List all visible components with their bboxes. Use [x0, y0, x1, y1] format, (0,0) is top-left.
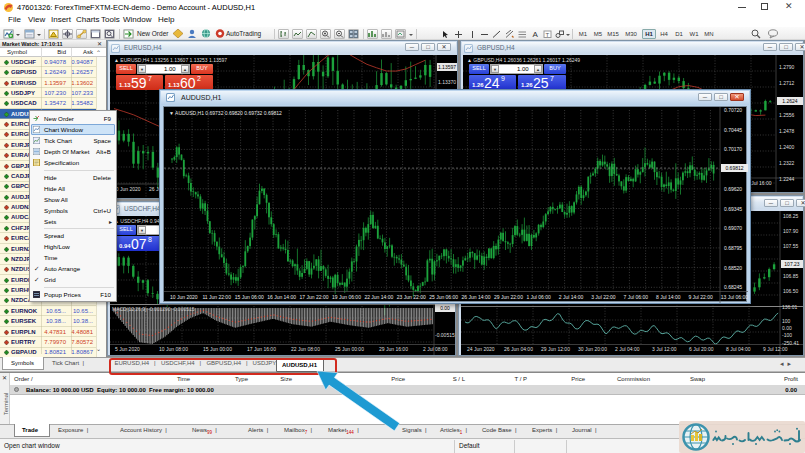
svg-text:A: A [533, 30, 539, 39]
svg-text:T: T [546, 31, 550, 37]
